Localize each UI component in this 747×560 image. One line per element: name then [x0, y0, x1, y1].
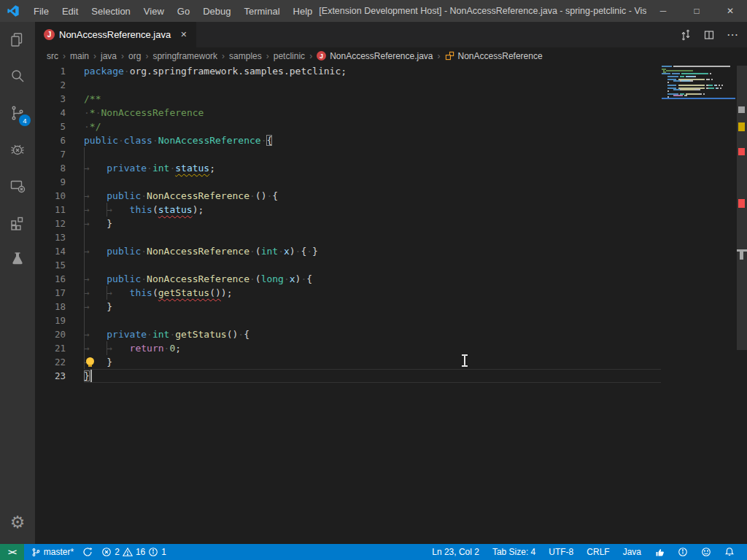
line-content: ·*/	[84, 120, 747, 133]
thumbsup-icon	[654, 547, 665, 557]
token: ;	[175, 343, 181, 354]
problems-item[interactable]: 2 16 1	[97, 544, 171, 560]
git-branch-item[interactable]: master*	[27, 544, 78, 560]
line-content: /**	[84, 92, 747, 106]
indent-guide	[84, 161, 85, 175]
encoding-item[interactable]: UTF-8	[542, 544, 580, 560]
tab-close-icon[interactable]: ✕	[178, 28, 189, 41]
sidebar-item-source-control[interactable]: 4	[0, 95, 35, 131]
language-mode-item[interactable]: Java	[616, 544, 648, 560]
notifications-item[interactable]	[718, 544, 741, 560]
more-actions-button[interactable]: ⋯	[724, 26, 741, 44]
breadcrumb-springframework[interactable]: springframework	[152, 51, 218, 61]
line-content: →public·NonAccessReference·(int·x)·{·}	[84, 244, 747, 258]
code-line-14[interactable]: 14→public·NonAccessReference·(int·x)·{·}	[35, 244, 747, 258]
breadcrumb-petclinic[interactable]: petclinic	[273, 51, 306, 61]
split-editor-button[interactable]	[700, 26, 718, 44]
breadcrumb-separator: ›	[306, 51, 316, 61]
remote-indicator[interactable]: ><	[0, 544, 24, 560]
breadcrumb-src[interactable]: src	[46, 51, 59, 61]
code-line-10[interactable]: 10→public·NonAccessReference·()·{	[35, 189, 747, 203]
vscode-logo-icon	[7, 4, 20, 18]
maximize-button[interactable]: □	[680, 0, 713, 22]
info-status-item[interactable]	[671, 544, 694, 560]
sidebar-item-test[interactable]	[0, 241, 35, 277]
code-line-21[interactable]: 21→→return·0;	[35, 341, 747, 355]
menu-view[interactable]: View	[137, 0, 171, 22]
eol-item[interactable]: CRLF	[580, 544, 616, 560]
line-number: 4	[35, 106, 84, 120]
menu-debug[interactable]: Debug	[196, 0, 237, 22]
java-file-icon: J	[44, 29, 55, 40]
code-line-17[interactable]: 17→→this(getStatus());	[35, 286, 747, 300]
code-line-5[interactable]: 5·*/	[35, 120, 747, 133]
open-changes-icon	[680, 29, 692, 41]
code-line-2[interactable]: 2	[35, 78, 747, 92]
tab-whitespace-arrow: →	[84, 341, 107, 355]
tab-size-item[interactable]: Tab Size: 4	[486, 544, 542, 560]
java-status-item[interactable]	[648, 544, 671, 560]
token: NonAccessReference	[147, 273, 249, 284]
code-line-8[interactable]: 8→private·int·status;	[35, 161, 747, 175]
code-line-19[interactable]: 19	[35, 314, 747, 327]
code-line-11[interactable]: 11→→this(status);	[35, 203, 747, 217]
minimap[interactable]	[662, 66, 735, 99]
token: *	[90, 107, 96, 118]
code-editor[interactable]: 1package·org.springframework.samples.pet…	[35, 64, 747, 544]
token: /**	[84, 93, 101, 104]
tab-bar: J NonAccessReference.java ✕	[35, 22, 747, 47]
code-line-18[interactable]: 18→}	[35, 300, 747, 314]
sidebar-item-extensions[interactable]	[0, 204, 35, 241]
cursor-position-item[interactable]: Ln 23, Col 2	[425, 544, 486, 560]
code-line-7[interactable]: 7	[35, 147, 747, 161]
close-button[interactable]: ✕	[713, 0, 747, 22]
settings-gear-icon[interactable]: ⚙	[0, 506, 35, 538]
breadcrumb-java[interactable]: java	[100, 51, 117, 61]
code-line-20[interactable]: 20→private·int·getStatus()·{	[35, 327, 747, 341]
menu-terminal[interactable]: Terminal	[237, 0, 286, 22]
line-content	[84, 230, 747, 244]
code-line-15[interactable]: 15	[35, 258, 747, 272]
sidebar-item-search[interactable]	[0, 58, 35, 95]
tab-nonaccessreference[interactable]: J NonAccessReference.java ✕	[35, 22, 196, 47]
sidebar-item-explorer[interactable]	[0, 22, 35, 58]
code-line-6[interactable]: 6public·class·NonAccessReference·{	[35, 133, 747, 147]
sidebar-item-run-debug[interactable]	[0, 131, 35, 168]
menu-go[interactable]: Go	[171, 0, 196, 22]
tab-whitespace-arrow: →	[107, 286, 129, 300]
code-line-9[interactable]: 9	[35, 175, 747, 189]
breadcrumb-org[interactable]: org	[128, 51, 142, 61]
code-line-13[interactable]: 13	[35, 230, 747, 244]
line-content: →→this(getStatus());	[84, 286, 747, 300]
code-line-3[interactable]: 3/**	[35, 92, 747, 106]
code-line-1[interactable]: 1package·org.springframework.samples.pet…	[35, 64, 747, 78]
token: }	[107, 218, 112, 229]
info-icon	[148, 547, 158, 557]
indent-guide	[84, 286, 85, 300]
indent-guide	[84, 230, 85, 244]
code-line-4[interactable]: 4·*·NonAccessReference	[35, 106, 747, 120]
menu-help[interactable]: Help	[287, 0, 320, 22]
menu-file[interactable]: File	[27, 0, 55, 22]
code-line-12[interactable]: 12→}	[35, 217, 747, 230]
code-line-16[interactable]: 16→public·NonAccessReference·(long·x)·{	[35, 272, 747, 286]
token: ·	[249, 246, 255, 257]
open-changes-button[interactable]	[677, 26, 694, 44]
token: ·	[141, 190, 147, 201]
breadcrumb-samples[interactable]: samples	[228, 51, 263, 61]
token: }	[107, 357, 112, 368]
minimize-button[interactable]: ─	[646, 0, 680, 22]
breadcrumb-symbol[interactable]: NonAccessReference	[444, 51, 543, 61]
menu-selection[interactable]: Selection	[85, 0, 136, 22]
lightbulb-icon[interactable]	[86, 357, 94, 365]
sync-button[interactable]	[78, 544, 97, 560]
feedback-item[interactable]	[694, 544, 718, 560]
breadcrumb-main[interactable]: main	[69, 51, 90, 61]
sidebar-item-remote-explorer[interactable]	[0, 168, 35, 204]
breadcrumb-file[interactable]: JNonAccessReference.java	[316, 51, 433, 61]
line-content: package·org.springframework.samples.petc…	[84, 64, 747, 78]
menu-edit[interactable]: Edit	[55, 0, 85, 22]
code-line-22[interactable]: 22→}	[35, 355, 747, 369]
token: ()	[227, 329, 239, 340]
code-line-23[interactable]: 23}	[35, 369, 747, 383]
